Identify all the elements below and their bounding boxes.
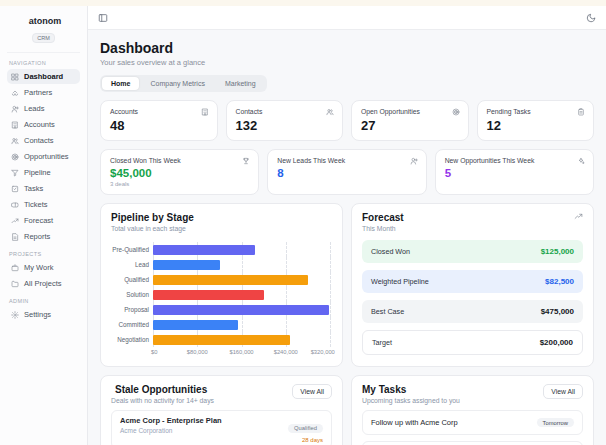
sidebar-item-leads[interactable]: Leads [7, 101, 80, 116]
building-icon [201, 108, 209, 116]
tab-company-metrics[interactable]: Company Metrics [141, 77, 213, 90]
pipeline-chart-title: Pipeline by Stage [111, 212, 332, 223]
sparkles-icon [577, 157, 585, 165]
sidebar-item-label: Tickets [24, 200, 47, 209]
stale-view-all-button[interactable]: View All [292, 384, 332, 399]
sidebar-item-tickets[interactable]: Tickets [7, 197, 80, 212]
opportunities-icon [11, 153, 19, 161]
forecast-row-value: $125,000 [541, 247, 574, 256]
task-due-badge: Tomorrow [537, 418, 574, 427]
axis-tick-label: $0 [151, 349, 157, 355]
week-label: New Leads This Week [277, 157, 416, 164]
sidebar-item-pipeline[interactable]: Pipeline [7, 165, 80, 180]
sidebar-item-reports[interactable]: Reports [7, 229, 80, 244]
chart-plot [153, 332, 330, 347]
target-icon [452, 108, 460, 116]
week-stats-row: Closed Won This Week$45,0003 dealsNew Le… [100, 149, 594, 195]
sidebar-item-label: Reports [24, 232, 50, 241]
gridline [330, 272, 331, 287]
sidebar-item-label: My Work [24, 263, 53, 272]
sidebar-item-opportunities[interactable]: Opportunities [7, 149, 80, 164]
chart-category-label: Solution [109, 291, 153, 298]
sidebar-item-forecast[interactable]: Forecast [7, 213, 80, 228]
users-icon [326, 108, 334, 116]
sidebar-item-label: All Projects [24, 279, 62, 288]
trending-up-icon [574, 212, 583, 221]
chart-bar-lead [153, 260, 220, 270]
gridline [242, 317, 243, 332]
clipboard-icon [577, 108, 585, 116]
chart-bar-proposal [153, 305, 329, 315]
task-row[interactable]: Prepare proposal for TechFlowToday [362, 441, 583, 445]
chart-x-axis: $0$80,000$160,000$240,000$320,000 [109, 349, 330, 358]
axis-tick-label: $240,000 [274, 349, 298, 355]
pipeline-chart-subtitle: Total value in each stage [111, 225, 332, 232]
nav-section-label: Projects [9, 251, 78, 257]
chart-bar-pre-qualified [153, 245, 255, 255]
chart-category-label: Lead [109, 261, 153, 268]
stat-label: Pending Tasks [487, 108, 585, 115]
tab-marketing[interactable]: Marketing [216, 77, 265, 90]
sidebar-item-label: Leads [24, 104, 44, 113]
logo-text: atonom [29, 16, 62, 26]
sidebar-item-my-work[interactable]: My Work [7, 260, 80, 275]
chart-category-label: Negotiation [109, 336, 153, 343]
stat-label: Contacts [236, 108, 334, 115]
chart-category-label: Qualified [109, 276, 153, 283]
partners-icon [11, 89, 19, 97]
accounts-icon [11, 121, 19, 129]
stale-days: 28 days [288, 437, 323, 443]
forecast-row-best-case: Best Case$475,000 [362, 300, 583, 323]
forecast-row-value: $475,000 [541, 307, 574, 316]
sidebar-item-all-projects[interactable]: All Projects [7, 276, 80, 291]
sidebar-item-label: Dashboard [24, 72, 63, 81]
gridline [242, 257, 243, 272]
forecast-subtitle: This Month [362, 225, 404, 232]
sidebar-item-label: Settings [24, 310, 51, 319]
opportunity-company: Acme Corporation [120, 427, 222, 434]
stale-opportunity-row[interactable]: Acme Corp - Enterprise PlanAcme Corporat… [111, 410, 332, 445]
sidebar-item-contacts[interactable]: Contacts [7, 133, 80, 148]
reports-icon [11, 233, 19, 241]
chart-row: Negotiation [109, 332, 330, 347]
my-tasks-card: My Tasks Upcoming tasks assigned to you … [351, 375, 594, 445]
tab-home[interactable]: Home [102, 77, 139, 90]
page-subtitle: Your sales overview at a glance [100, 58, 594, 67]
theme-toggle-icon[interactable] [586, 13, 596, 23]
axis-tick-label: $160,000 [229, 349, 253, 355]
chart-bar-qualified [153, 275, 308, 285]
forecast-icon [11, 217, 19, 225]
forecast-row-label: Closed Won [371, 247, 410, 256]
topbar [88, 6, 606, 30]
chart-row: Lead [109, 257, 330, 272]
tasks-view-all-button[interactable]: View All [543, 384, 583, 399]
stale-opportunities-card: Stale Opportunities Deals with no activi… [100, 375, 343, 445]
tickets-icon [11, 201, 19, 209]
sidebar-item-dashboard[interactable]: Dashboard [7, 69, 80, 84]
sidebar-item-settings[interactable]: Settings [7, 307, 80, 322]
pipeline-icon [11, 169, 19, 177]
sidebar-item-tasks[interactable]: Tasks [7, 181, 80, 196]
chart-category-label: Pre-Qualified [109, 246, 153, 253]
forecast-title: Forecast [362, 212, 404, 223]
task-row[interactable]: Follow up with Acme CorpTomorrow [362, 410, 583, 435]
forecast-card: Forecast This Month Closed Won$125,000We… [351, 203, 594, 367]
stat-value: 132 [236, 118, 334, 133]
chart-row: Pre-Qualified [109, 242, 330, 257]
nav-section-label: Navigation [9, 60, 78, 66]
stale-title: Stale Opportunities [115, 384, 207, 395]
sidebar-item-partners[interactable]: Partners [7, 85, 80, 100]
chart-bar-negotiation [153, 335, 290, 345]
chart-category-label: Proposal [109, 306, 153, 313]
stat-value: 27 [361, 118, 459, 133]
tasks-icon [11, 185, 19, 193]
forecast-row-closed-won: Closed Won$125,000 [362, 240, 583, 263]
stat-value: 12 [487, 118, 585, 133]
chart-plot [153, 317, 330, 332]
chart-row: Solution [109, 287, 330, 302]
sidebar-toggle-icon[interactable] [98, 13, 108, 23]
stat-label: Open Opportunities [361, 108, 459, 115]
axis-tick-label: $320,000 [311, 349, 335, 355]
gridline [286, 242, 287, 257]
sidebar-item-accounts[interactable]: Accounts [7, 117, 80, 132]
